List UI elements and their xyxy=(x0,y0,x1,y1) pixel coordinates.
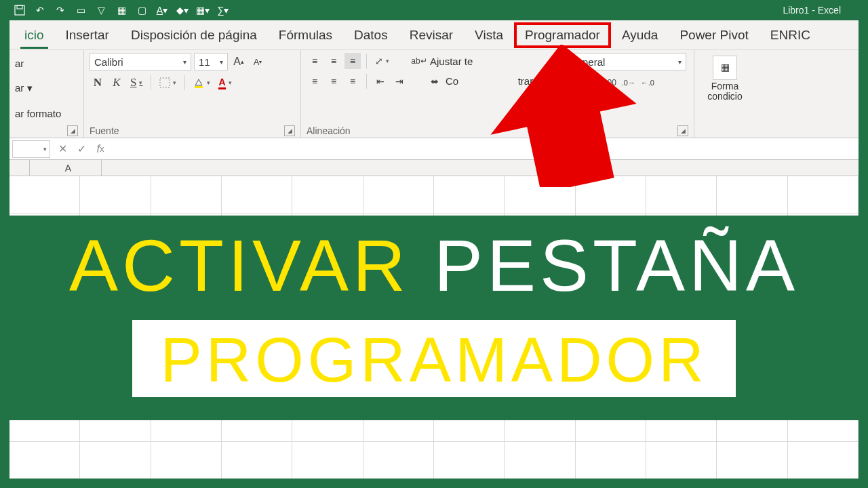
redo-icon[interactable]: ↷ xyxy=(54,4,66,16)
group-clipboard: ar ar ▾ ar formato ◢ xyxy=(9,50,84,138)
tab-enric[interactable]: ENRIC xyxy=(760,22,821,48)
sum-icon[interactable]: ∑▾ xyxy=(217,4,229,16)
cut-button[interactable]: ar xyxy=(15,58,78,69)
column-headers: A xyxy=(9,160,859,176)
format-painter-button[interactable]: ar formato xyxy=(15,108,78,119)
align-bottom-icon[interactable]: ≡ xyxy=(344,53,361,69)
grid-icon[interactable]: ▦ xyxy=(115,4,127,16)
headline-word1: ACTIVAR xyxy=(69,224,410,306)
window-title: Libro1 - Excel xyxy=(783,5,841,16)
align-center-icon[interactable]: ≡ xyxy=(326,73,342,89)
wrap-text-label[interactable]: Ajustar te xyxy=(430,56,473,67)
border-icon[interactable]: ▢ xyxy=(136,4,148,16)
group-alignment: ≡ ≡ ≡ ⤢▾ ab↵ Ajustar te ≡ ≡ ≡ ⇤ ⇥ xyxy=(301,50,559,138)
headline-word3: PROGRAMADOR xyxy=(160,329,707,391)
alignment-group-label: Alineación xyxy=(307,125,351,136)
select-all-corner[interactable] xyxy=(9,160,30,176)
wrap-text-icon[interactable]: ab↵ xyxy=(411,53,427,69)
font-color-icon[interactable]: A▾ xyxy=(156,4,168,16)
headline-word2: PESTAÑA xyxy=(434,224,799,306)
tab-disposicion[interactable]: Disposición de página xyxy=(120,22,268,48)
fill-color-icon[interactable]: ◆▾ xyxy=(176,4,189,16)
align-top-icon[interactable]: ≡ xyxy=(307,53,323,69)
tab-datos[interactable]: Datos xyxy=(343,22,399,48)
name-box[interactable]: ▾ xyxy=(12,140,50,158)
tab-programador[interactable]: Programador xyxy=(514,22,611,48)
align-left-icon[interactable]: ≡ xyxy=(307,73,323,89)
tab-revisar[interactable]: Revisar xyxy=(399,22,464,48)
align-right-icon[interactable]: ≡ xyxy=(344,73,361,89)
font-launcher-icon[interactable]: ◢ xyxy=(284,125,295,136)
svg-rect-1 xyxy=(17,5,22,9)
group-font: Calibri▾ 11▾ A▴ A▾ N K S▾ ▾ ▾ A▾ Fuente◢ xyxy=(84,50,301,138)
quick-access-toolbar: ↶ ↷ ▭ ▽ ▦ ▢ A▾ ◆▾ ▦▾ ∑▾ xyxy=(14,4,229,16)
cancel-icon[interactable]: ✕ xyxy=(53,140,72,158)
number-launcher-icon[interactable]: ◢ xyxy=(677,125,688,136)
number-group-label: Número xyxy=(564,125,598,136)
decrease-decimal-icon[interactable]: ←.0 xyxy=(639,75,656,91)
number-format-combo[interactable]: General▾ xyxy=(564,53,686,70)
conditional-format-icon: ▦ xyxy=(713,56,737,80)
undo-icon[interactable]: ↶ xyxy=(34,4,46,16)
font-size-combo[interactable]: 11▾ xyxy=(194,53,228,70)
touch-icon[interactable]: ▭ xyxy=(75,4,87,16)
enter-icon[interactable]: ✓ xyxy=(72,140,91,158)
ribbon-tabs: icio Insertar Disposición de página Fórm… xyxy=(9,20,859,50)
group-styles: ▦ Forma condicio xyxy=(694,50,755,138)
decrease-indent-icon[interactable]: ⇤ xyxy=(372,73,389,89)
tab-formulas[interactable]: Fórmulas xyxy=(268,22,343,48)
orientation-icon[interactable]: ⤢▾ xyxy=(372,53,392,69)
tab-insertar[interactable]: Insertar xyxy=(55,22,120,48)
font-family-combo[interactable]: Calibri▾ xyxy=(90,53,191,70)
alignment-launcher-icon[interactable]: ◢ xyxy=(542,125,553,136)
font-color-button[interactable]: A▾ xyxy=(216,75,234,91)
headline-overlay: ACTIVAR PESTAÑA PROGRAMADOR xyxy=(9,216,859,420)
save-icon[interactable] xyxy=(14,4,26,16)
ribbon: ar ar ▾ ar formato ◢ Calibri▾ 11▾ A▴ A▾ … xyxy=(9,50,859,138)
tab-inicio[interactable]: icio xyxy=(14,22,55,48)
filter-icon[interactable]: ▽ xyxy=(95,4,107,16)
decrease-font-icon[interactable]: A▾ xyxy=(250,54,266,70)
formula-bar: ▾ ✕ ✓ fx xyxy=(9,138,859,160)
merge-label[interactable]: Co trar ▾ xyxy=(446,75,541,87)
increase-decimal-icon[interactable]: .0→ xyxy=(620,75,637,91)
titlebar: ↶ ↷ ▭ ▽ ▦ ▢ A▾ ◆▾ ▦▾ ∑▾ Libro1 - Excel xyxy=(9,0,859,20)
copy-button[interactable]: ar ▾ xyxy=(15,82,78,94)
merge-icon[interactable]: ⬌ xyxy=(427,73,443,89)
underline-button[interactable]: S▾ xyxy=(127,75,145,91)
fx-icon[interactable]: fx xyxy=(91,140,110,158)
currency-icon[interactable]: $▾ xyxy=(564,75,580,91)
group-number: General▾ $▾ % 000 .0→ ←.0 Número◢ xyxy=(559,50,694,138)
svg-rect-2 xyxy=(160,78,170,87)
tab-vista[interactable]: Vista xyxy=(464,22,514,48)
conditional-format-button[interactable]: ▦ Forma condicio xyxy=(700,53,750,105)
increase-font-icon[interactable]: A▴ xyxy=(231,54,247,70)
svg-rect-0 xyxy=(15,5,24,15)
svg-rect-3 xyxy=(195,86,203,88)
col-header-a[interactable]: A xyxy=(30,160,102,176)
borders-icon[interactable]: ▾ xyxy=(157,75,179,91)
italic-button[interactable]: K xyxy=(108,75,125,91)
bold-button[interactable]: N xyxy=(90,75,106,91)
tab-ayuda[interactable]: Ayuda xyxy=(611,22,669,48)
increase-indent-icon[interactable]: ⇥ xyxy=(391,73,408,89)
thousands-icon[interactable]: 000 xyxy=(601,75,618,91)
fill-color-button[interactable]: ▾ xyxy=(191,75,213,91)
clipboard-launcher-icon[interactable]: ◢ xyxy=(67,125,78,136)
align-middle-icon[interactable]: ≡ xyxy=(326,53,342,69)
percent-icon[interactable]: % xyxy=(583,75,599,91)
tab-powerpivot[interactable]: Power Pivot xyxy=(669,22,759,48)
formula-input[interactable] xyxy=(110,140,859,158)
font-group-label: Fuente xyxy=(90,125,119,136)
table-icon[interactable]: ▦▾ xyxy=(197,4,209,16)
